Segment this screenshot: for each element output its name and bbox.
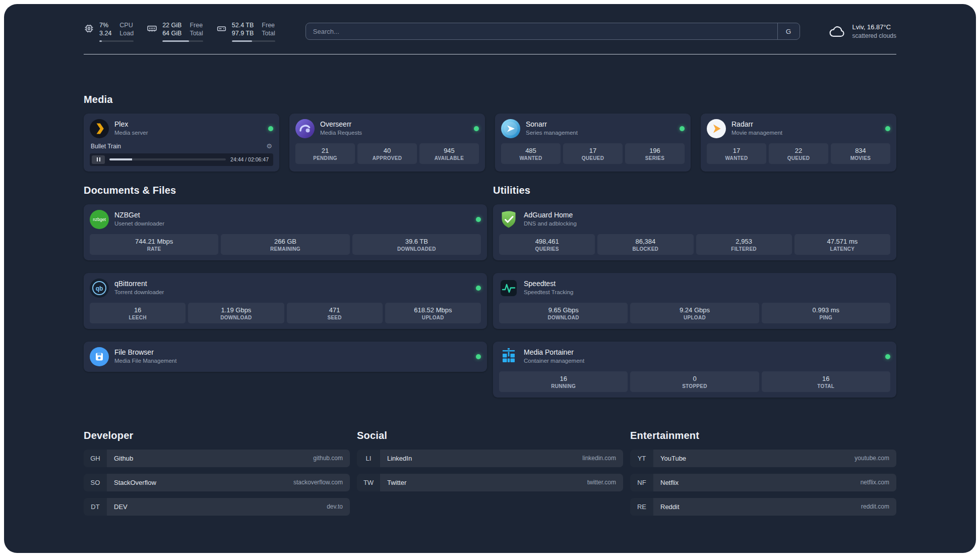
service-name: Speedtest [524, 280, 573, 289]
memory-icon [147, 21, 157, 34]
bookmark-abbr: DT [84, 498, 107, 516]
stat-ping: 0.993 ms PING [762, 303, 890, 323]
service-card-radarr[interactable]: Radarr Movie management 17 WANTED 22 QUE… [701, 114, 896, 172]
section-documents: Documents & Files nzbget [84, 185, 487, 398]
bookmark-name: Github [114, 455, 133, 462]
gear-icon[interactable]: ⚙ [266, 143, 272, 149]
bookmark-linkedin[interactable]: LI LinkedIn linkedin.com [357, 450, 623, 467]
bookmark-name: LinkedIn [387, 455, 412, 462]
stat-queued: 22 QUEUED [769, 143, 828, 164]
plex-icon [90, 119, 109, 138]
dashboard-content: 7% CPU 3.24 Load [84, 4, 896, 531]
disk-icon [216, 21, 227, 34]
search-provider-button[interactable]: G [777, 23, 800, 39]
bookmark-group-social: Social LI LinkedIn linkedin.com TW Twitt… [357, 430, 623, 516]
bookmark-twitter[interactable]: TW Twitter twitter.com [357, 474, 623, 491]
bookmark-domain: reddit.com [861, 503, 889, 510]
stat-stopped: 0 STOPPED [630, 371, 759, 392]
sonarr-icon [501, 119, 520, 138]
qbittorrent-icon: qb [90, 278, 109, 298]
stat-pending: 21 PENDING [295, 143, 355, 164]
service-description: Container management [524, 357, 584, 365]
memory-free-label: Free [190, 21, 203, 29]
adguard-icon [499, 210, 518, 229]
bookmark-netflix[interactable]: NF Netflix netflix.com [630, 474, 896, 491]
weather-widget: Lviv, 16.87°C scattered clouds [828, 23, 896, 40]
service-description: Movie management [731, 129, 782, 137]
disk-stats: 52.4 TB Free 97.9 TB Total [232, 21, 275, 42]
service-name: Sonarr [526, 120, 578, 129]
service-card-portainer[interactable]: Media Portainer Container management 16 … [493, 342, 896, 398]
bookmark-domain: twitter.com [587, 479, 616, 486]
weather-condition: scattered clouds [852, 32, 896, 40]
topbar-divider [84, 54, 896, 54]
bookmark-abbr: GH [84, 450, 107, 467]
service-card-adguard[interactable]: AdGuard Home DNS and adblocking 498,461 … [493, 204, 896, 260]
search-bar[interactable]: G [305, 23, 800, 40]
service-name: File Browser [114, 348, 176, 357]
section-title-documents: Documents & Files [84, 185, 487, 196]
bookmark-name: Netflix [660, 479, 679, 486]
service-card-nzbget[interactable]: nzbget NZBGet Usenet downloader 74 [84, 204, 487, 260]
service-description: DNS and adblocking [524, 220, 577, 228]
service-description: Media Requests [320, 129, 362, 137]
bookmark-domain: github.com [313, 455, 343, 462]
bookmark-reddit[interactable]: RE Reddit reddit.com [630, 498, 896, 516]
service-card-plex[interactable]: Plex Media server Bullet Train ⚙ [84, 114, 279, 172]
service-description: Series management [526, 129, 578, 137]
playback-progress-bar [109, 158, 226, 160]
bookmark-stackoverflow[interactable]: SO StackOverflow stackoverflow.com [84, 474, 350, 491]
service-card-filebrowser[interactable]: File Browser Media File Management [84, 342, 487, 372]
service-card-sonarr[interactable]: Sonarr Series management 485 WANTED 17 Q… [495, 114, 691, 172]
speedtest-icon [499, 278, 518, 298]
now-playing-title: Bullet Train [91, 143, 121, 150]
service-card-speedtest[interactable]: Speedtest Speedtest Tracking 9.65 Gbps D… [493, 273, 896, 329]
bookmark-github[interactable]: GH Github github.com [84, 450, 350, 467]
bookmarks: Developer GH Github github.com SO StackO… [84, 430, 896, 531]
bookmark-dev[interactable]: DT DEV dev.to [84, 498, 350, 516]
section-utilities: Utilities [493, 185, 896, 398]
disk-free-value: 52.4 TB [232, 21, 254, 29]
bookmark-group-entertainment: Entertainment YT YouTube youtube.com NF … [630, 430, 896, 516]
bookmark-group-title: Developer [84, 430, 350, 441]
cpu-load-value: 3.24 [99, 29, 111, 37]
stat-wanted: 485 WANTED [501, 143, 561, 164]
stat-movies: 834 MOVIES [831, 143, 890, 164]
memory-usage-bar [162, 40, 203, 42]
stat-filtered: 2,953 FILTERED [696, 234, 792, 255]
stat-latency: 47.571 ms LATENCY [794, 234, 890, 255]
bookmark-domain: stackoverflow.com [293, 479, 343, 486]
disk-total-value: 97.9 TB [232, 29, 254, 37]
service-name: Media Portainer [524, 348, 584, 357]
bookmark-domain: netflix.com [861, 479, 889, 486]
resource-cpu: 7% CPU 3.24 Load [84, 21, 134, 42]
section-title-media: Media [84, 94, 896, 105]
portainer-icon [499, 347, 518, 366]
pause-button[interactable] [92, 155, 105, 164]
status-dot [476, 217, 481, 222]
stat-download: 1.19 Gbps DOWNLOAD [188, 303, 284, 323]
bookmark-abbr: SO [84, 474, 107, 491]
stat-download: 9.65 Gbps DOWNLOAD [499, 303, 628, 323]
disk-free-label: Free [262, 21, 275, 29]
stat-upload: 618.52 Mbps UPLOAD [385, 303, 481, 323]
filebrowser-icon [90, 347, 109, 366]
disk-usage-bar [232, 40, 275, 42]
bookmark-youtube[interactable]: YT YouTube youtube.com [630, 450, 896, 467]
resource-disk: 52.4 TB Free 97.9 TB Total [216, 21, 275, 42]
search-input[interactable] [306, 23, 777, 39]
bookmark-abbr: YT [630, 450, 653, 467]
service-card-qbittorrent[interactable]: qb qBittorrent Torrent downloader [84, 273, 487, 329]
cpu-usage-value: 7% [99, 21, 111, 29]
nzbget-icon: nzbget [90, 210, 109, 229]
svg-text:nzbget: nzbget [93, 217, 106, 222]
service-description: Media server [114, 129, 148, 137]
service-card-overseerr[interactable]: Overseerr Media Requests 21 PENDING 40 A… [289, 114, 485, 172]
status-dot [476, 286, 481, 291]
stat-upload: 9.24 Gbps UPLOAD [630, 303, 759, 323]
status-dot [885, 126, 890, 131]
memory-total-label: Total [190, 29, 203, 37]
plex-now-playing: Bullet Train ⚙ 24:44 / 02:06:47 [90, 143, 273, 166]
cpu-usage-bar [99, 40, 134, 42]
bookmark-group-developer: Developer GH Github github.com SO StackO… [84, 430, 350, 516]
